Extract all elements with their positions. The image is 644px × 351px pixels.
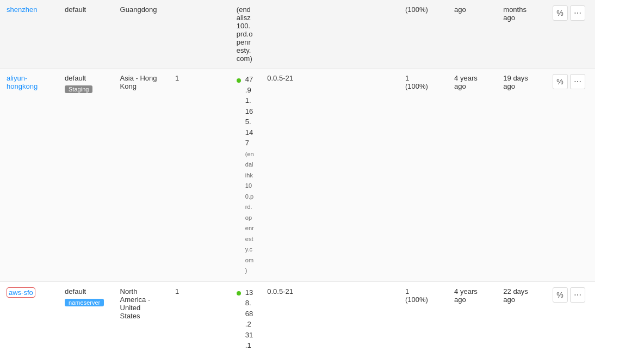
cell-ip: 138.68.231.133(enddtosf100.prd.openresty… [230, 281, 261, 351]
cell-actions: %⋯ [546, 281, 595, 351]
more-action-button[interactable]: ⋯ [570, 287, 585, 303]
link-action-button[interactable]: % [553, 287, 568, 303]
env-badge: Staging [65, 85, 92, 93]
cell-last-updated: 19 days ago [497, 69, 546, 282]
cell-region: Guangdong [114, 0, 169, 69]
env-label: default [65, 287, 86, 295]
cell-last-updated: 22 days ago [497, 281, 546, 351]
env-label: default [65, 74, 86, 82]
nodes-table-container: shenzhendefaultGuangdong(endalisz100.prd… [0, 0, 644, 351]
env-label: default [65, 5, 86, 14]
cell-nodes [169, 0, 230, 69]
cell-version: 0.0.5-21 [261, 69, 399, 282]
cell-last-updated: months ago [497, 0, 546, 69]
online-indicator [237, 76, 243, 84]
cell-name: aliyun-hongkong [0, 69, 58, 282]
cell-env: defaultStaging [58, 69, 113, 282]
more-action-button[interactable]: ⋯ [570, 5, 585, 21]
cell-ip: (endalisz100.prd.openresty.com) [230, 0, 261, 69]
link-action-button[interactable]: % [553, 5, 568, 21]
table-row: aliyun-hongkongdefaultStagingAsia - Hong… [0, 69, 644, 282]
cell-ip: 47.91.165.147(endalihk100.prd.openresty.… [230, 69, 261, 282]
cell-region: Asia - Hong Kong [114, 69, 169, 282]
cell-env: default [58, 0, 113, 69]
cell-healthy: 1(100%) [399, 69, 448, 282]
cell-created: 4 years ago [448, 69, 497, 282]
more-action-button[interactable]: ⋯ [570, 74, 585, 89]
table-row: shenzhendefaultGuangdong(endalisz100.prd… [0, 0, 644, 69]
cell-nodes: 1 [169, 281, 230, 351]
cell-name: aws-sfo [0, 281, 58, 351]
cell-name: shenzhen [0, 0, 58, 69]
nodes-table: shenzhendefaultGuangdong(endalisz100.prd… [0, 0, 644, 351]
cell-actions: %⋯ [546, 0, 595, 69]
cell-created: ago [448, 0, 497, 69]
cell-actions: %⋯ [546, 69, 595, 282]
cell-version [261, 0, 399, 69]
online-indicator [237, 289, 243, 297]
cell-region: North America - United States [114, 281, 169, 351]
node-name-link-circled[interactable]: aws-sfo [7, 287, 35, 298]
node-name-link[interactable]: aliyun-hongkong [7, 74, 38, 90]
cell-nodes: 1 [169, 69, 230, 282]
table-row: aws-sfodefaultnameserverNorth America - … [0, 281, 644, 351]
cell-env: defaultnameserver [58, 281, 113, 351]
node-name-link[interactable]: shenzhen [7, 5, 37, 14]
cell-version: 0.0.5-21 [261, 281, 399, 351]
cell-healthy: (100%) [399, 0, 448, 69]
link-action-button[interactable]: % [553, 74, 568, 89]
ip-address: 138.68.231.133(enddtosf100.prd.openresty… [245, 287, 254, 352]
cell-created: 4 years ago [448, 281, 497, 351]
cell-healthy: 1(100%) [399, 281, 448, 351]
ip-address: 47.91.165.147(endalihk100.prd.openresty.… [245, 74, 254, 276]
env-badge: nameserver [65, 299, 104, 306]
